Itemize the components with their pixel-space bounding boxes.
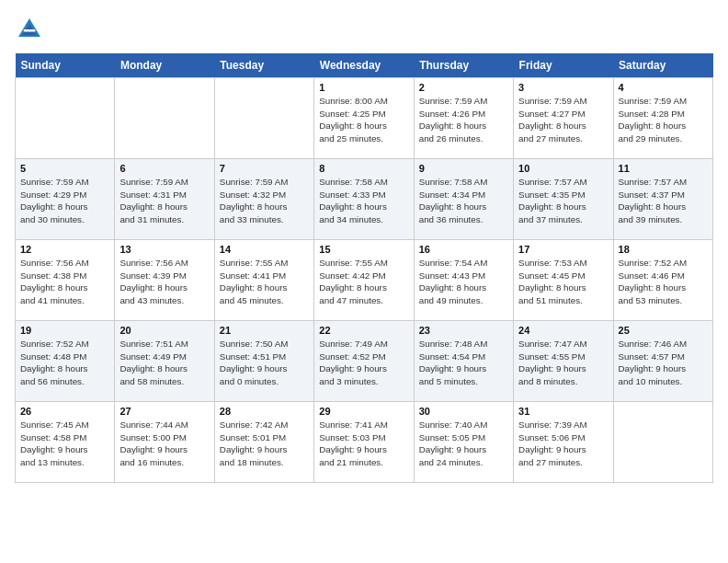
calendar-cell: 2Sunrise: 7:59 AMSunset: 4:26 PMDaylight… (414, 78, 513, 159)
calendar-cell: 1Sunrise: 8:00 AMSunset: 4:25 PMDaylight… (314, 78, 414, 159)
calendar-cell: 6Sunrise: 7:59 AMSunset: 4:31 PMDaylight… (115, 159, 214, 240)
day-info: Sunrise: 8:00 AMSunset: 4:25 PMDaylight:… (319, 95, 408, 145)
day-number: 5 (20, 163, 109, 174)
day-info: Sunrise: 7:51 AMSunset: 4:49 PMDaylight:… (119, 338, 209, 388)
day-number: 16 (419, 244, 508, 255)
day-info: Sunrise: 7:59 AMSunset: 4:28 PMDaylight:… (619, 95, 708, 145)
weekday-header: Sunday (16, 53, 115, 78)
day-number: 2 (419, 82, 508, 93)
day-number: 9 (419, 163, 508, 174)
weekday-header: Friday (514, 53, 613, 78)
day-number: 29 (319, 406, 408, 417)
calendar-cell: 28Sunrise: 7:42 AMSunset: 5:01 PMDayligh… (214, 402, 313, 483)
day-number: 12 (20, 244, 109, 255)
day-number: 18 (619, 244, 708, 255)
day-info: Sunrise: 7:58 AMSunset: 4:34 PMDaylight:… (419, 176, 508, 226)
day-info: Sunrise: 7:46 AMSunset: 4:57 PMDaylight:… (619, 338, 708, 388)
calendar-week-row: 5Sunrise: 7:59 AMSunset: 4:29 PMDaylight… (16, 159, 713, 240)
svg-rect-2 (24, 29, 36, 31)
calendar-cell: 21Sunrise: 7:50 AMSunset: 4:51 PMDayligh… (214, 321, 313, 402)
calendar-cell: 13Sunrise: 7:56 AMSunset: 4:39 PMDayligh… (115, 240, 214, 321)
day-info: Sunrise: 7:40 AMSunset: 5:05 PMDaylight:… (419, 419, 508, 469)
day-info: Sunrise: 7:49 AMSunset: 4:52 PMDaylight:… (319, 338, 408, 388)
calendar-cell: 16Sunrise: 7:54 AMSunset: 4:43 PMDayligh… (414, 240, 513, 321)
day-number: 22 (319, 325, 408, 336)
day-number: 27 (119, 406, 209, 417)
day-info: Sunrise: 7:56 AMSunset: 4:38 PMDaylight:… (20, 257, 109, 307)
calendar-week-row: 19Sunrise: 7:52 AMSunset: 4:48 PMDayligh… (16, 321, 713, 402)
day-number: 24 (518, 325, 608, 336)
day-info: Sunrise: 7:41 AMSunset: 5:03 PMDaylight:… (319, 419, 408, 469)
calendar-cell: 5Sunrise: 7:59 AMSunset: 4:29 PMDaylight… (16, 159, 115, 240)
calendar-cell: 29Sunrise: 7:41 AMSunset: 5:03 PMDayligh… (314, 402, 414, 483)
day-number: 10 (518, 163, 608, 174)
calendar-cell: 17Sunrise: 7:53 AMSunset: 4:45 PMDayligh… (514, 240, 613, 321)
calendar-cell (214, 78, 313, 159)
day-number: 31 (518, 406, 608, 417)
day-info: Sunrise: 7:59 AMSunset: 4:29 PMDaylight:… (20, 176, 109, 226)
calendar-cell: 11Sunrise: 7:57 AMSunset: 4:37 PMDayligh… (613, 159, 712, 240)
calendar-week-row: 12Sunrise: 7:56 AMSunset: 4:38 PMDayligh… (16, 240, 713, 321)
day-info: Sunrise: 7:47 AMSunset: 4:55 PMDaylight:… (518, 338, 608, 388)
day-number: 21 (220, 325, 309, 336)
calendar-week-row: 26Sunrise: 7:45 AMSunset: 4:58 PMDayligh… (16, 402, 713, 483)
calendar-cell: 30Sunrise: 7:40 AMSunset: 5:05 PMDayligh… (414, 402, 513, 483)
day-number: 7 (220, 163, 309, 174)
calendar-header-row: SundayMondayTuesdayWednesdayThursdayFrid… (16, 53, 713, 78)
weekday-header: Tuesday (214, 53, 313, 78)
day-info: Sunrise: 7:59 AMSunset: 4:32 PMDaylight:… (220, 176, 309, 226)
day-number: 1 (319, 82, 408, 93)
weekday-header: Wednesday (314, 53, 414, 78)
calendar-cell: 15Sunrise: 7:55 AMSunset: 4:42 PMDayligh… (314, 240, 414, 321)
calendar-week-row: 1Sunrise: 8:00 AMSunset: 4:25 PMDaylight… (16, 78, 713, 159)
calendar-cell: 14Sunrise: 7:55 AMSunset: 4:41 PMDayligh… (214, 240, 313, 321)
day-info: Sunrise: 7:50 AMSunset: 4:51 PMDaylight:… (220, 338, 309, 388)
calendar-cell: 31Sunrise: 7:39 AMSunset: 5:06 PMDayligh… (514, 402, 613, 483)
day-info: Sunrise: 7:56 AMSunset: 4:39 PMDaylight:… (119, 257, 209, 307)
day-number: 28 (220, 406, 309, 417)
calendar-cell: 3Sunrise: 7:59 AMSunset: 4:27 PMDaylight… (514, 78, 613, 159)
weekday-header: Saturday (613, 53, 712, 78)
weekday-header: Monday (115, 53, 214, 78)
calendar-cell: 26Sunrise: 7:45 AMSunset: 4:58 PMDayligh… (16, 402, 115, 483)
calendar-cell: 25Sunrise: 7:46 AMSunset: 4:57 PMDayligh… (613, 321, 712, 402)
day-info: Sunrise: 7:57 AMSunset: 4:35 PMDaylight:… (518, 176, 608, 226)
calendar-table: SundayMondayTuesdayWednesdayThursdayFrid… (15, 53, 713, 483)
calendar-cell: 10Sunrise: 7:57 AMSunset: 4:35 PMDayligh… (514, 159, 613, 240)
day-info: Sunrise: 7:48 AMSunset: 4:54 PMDaylight:… (419, 338, 508, 388)
calendar-cell: 18Sunrise: 7:52 AMSunset: 4:46 PMDayligh… (613, 240, 712, 321)
day-info: Sunrise: 7:59 AMSunset: 4:26 PMDaylight:… (419, 95, 508, 145)
day-info: Sunrise: 7:54 AMSunset: 4:43 PMDaylight:… (419, 257, 508, 307)
day-info: Sunrise: 7:58 AMSunset: 4:33 PMDaylight:… (319, 176, 408, 226)
day-info: Sunrise: 7:55 AMSunset: 4:42 PMDaylight:… (319, 257, 408, 307)
calendar-cell (115, 78, 214, 159)
day-info: Sunrise: 7:44 AMSunset: 5:00 PMDaylight:… (119, 419, 209, 469)
calendar-cell: 8Sunrise: 7:58 AMSunset: 4:33 PMDaylight… (314, 159, 414, 240)
calendar-cell: 23Sunrise: 7:48 AMSunset: 4:54 PMDayligh… (414, 321, 513, 402)
day-info: Sunrise: 7:57 AMSunset: 4:37 PMDaylight:… (619, 176, 708, 226)
calendar-cell (16, 78, 115, 159)
day-number: 6 (119, 163, 209, 174)
calendar-cell: 7Sunrise: 7:59 AMSunset: 4:32 PMDaylight… (214, 159, 313, 240)
day-number: 11 (619, 163, 708, 174)
page-header (15, 15, 713, 44)
day-number: 26 (20, 406, 109, 417)
day-number: 30 (419, 406, 508, 417)
calendar-cell: 19Sunrise: 7:52 AMSunset: 4:48 PMDayligh… (16, 321, 115, 402)
day-number: 14 (220, 244, 309, 255)
calendar-cell: 27Sunrise: 7:44 AMSunset: 5:00 PMDayligh… (115, 402, 214, 483)
calendar-cell: 20Sunrise: 7:51 AMSunset: 4:49 PMDayligh… (115, 321, 214, 402)
calendar-cell: 9Sunrise: 7:58 AMSunset: 4:34 PMDaylight… (414, 159, 513, 240)
day-info: Sunrise: 7:39 AMSunset: 5:06 PMDaylight:… (518, 419, 608, 469)
day-number: 17 (518, 244, 608, 255)
calendar-cell: 12Sunrise: 7:56 AMSunset: 4:38 PMDayligh… (16, 240, 115, 321)
logo-icon (15, 15, 44, 44)
day-number: 4 (619, 82, 708, 93)
day-number: 20 (119, 325, 209, 336)
day-info: Sunrise: 7:59 AMSunset: 4:31 PMDaylight:… (119, 176, 209, 226)
day-number: 25 (619, 325, 708, 336)
calendar-cell (613, 402, 712, 483)
day-info: Sunrise: 7:42 AMSunset: 5:01 PMDaylight:… (220, 419, 309, 469)
day-number: 8 (319, 163, 408, 174)
day-number: 19 (20, 325, 109, 336)
